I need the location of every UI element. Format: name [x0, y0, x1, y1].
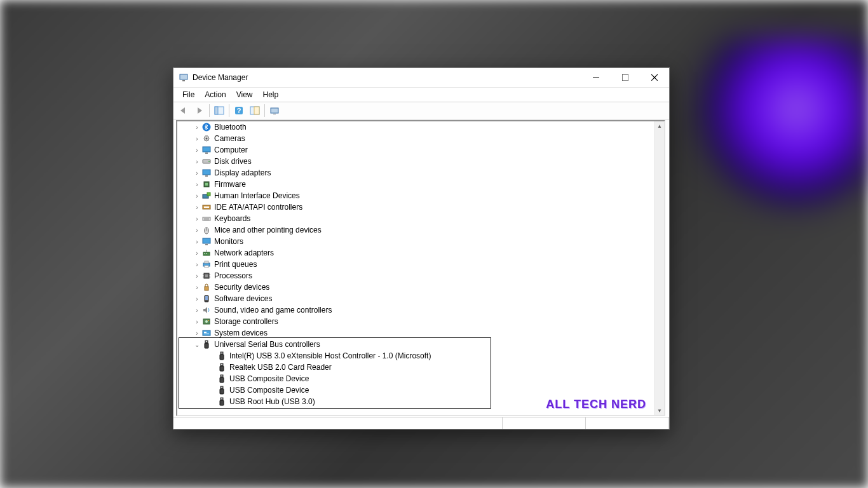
expand-icon[interactable]: › [193, 238, 201, 245]
expand-icon[interactable]: › [193, 181, 201, 188]
minimize-button[interactable] [581, 68, 611, 87]
scroll-up-arrow[interactable]: ▲ [655, 121, 664, 130]
tree-category[interactable]: ⌄Universal Serial Bus controllers [177, 339, 655, 350]
monitor-icon [201, 145, 212, 155]
tree-category[interactable]: ›System devices [177, 327, 655, 339]
expand-icon[interactable]: › [193, 307, 201, 314]
status-bar [173, 417, 669, 429]
scroll-down-arrow[interactable]: ▼ [655, 406, 664, 415]
svg-rect-13 [254, 107, 259, 114]
svg-rect-0 [180, 74, 187, 79]
expand-icon[interactable]: › [193, 227, 201, 234]
toolbar-separator [264, 104, 265, 117]
expand-icon[interactable]: › [193, 158, 201, 165]
device-manager-window: Device Manager File Action View Help ? ›… [173, 67, 670, 430]
svg-rect-25 [205, 175, 208, 177]
scroll-track[interactable] [655, 130, 664, 406]
tree-device[interactable]: USB Composite Device [177, 373, 655, 384]
tree-category[interactable]: ›Display adapters [177, 167, 655, 179]
vertical-scrollbar[interactable]: ▲ ▼ [654, 121, 664, 415]
expand-icon[interactable]: › [193, 124, 201, 131]
expand-icon[interactable]: › [193, 284, 201, 291]
usb-icon [217, 351, 227, 361]
svg-point-18 [206, 138, 208, 140]
tree-category[interactable]: ›Keyboards [177, 213, 655, 224]
properties-button[interactable] [247, 103, 262, 118]
device-tree[interactable]: ›Bluetooth›Cameras›Computer›Disk drives›… [177, 121, 655, 415]
expand-icon[interactable]: › [193, 193, 201, 200]
svg-rect-47 [205, 274, 208, 277]
show-hide-tree-button[interactable] [212, 103, 227, 118]
expand-icon[interactable]: › [193, 147, 201, 154]
usb-icon [217, 362, 227, 372]
tree-device[interactable]: USB Composite Device [177, 384, 655, 396]
expand-icon[interactable]: › [193, 330, 201, 337]
tree-category-label: Cameras [214, 134, 245, 143]
tree-category-label: Display adapters [214, 168, 271, 177]
keyboard-icon [201, 214, 212, 224]
status-pane-3 [586, 417, 669, 429]
svg-point-23 [208, 161, 210, 162]
tree-device[interactable]: Intel(R) USB 3.0 eXtensible Host Control… [177, 350, 655, 362]
svg-rect-42 [206, 254, 207, 254]
tree-category[interactable]: ›Storage controllers [177, 316, 655, 327]
menu-view[interactable]: View [231, 89, 258, 100]
expand-icon[interactable]: › [193, 273, 201, 280]
menu-action[interactable]: Action [200, 89, 231, 100]
chip-icon [201, 179, 212, 189]
menu-help[interactable]: Help [258, 89, 284, 100]
tree-category[interactable]: ›Network adapters [177, 247, 655, 259]
tree-category[interactable]: ›Mice and other pointing devices [177, 224, 655, 236]
expand-icon[interactable]: › [193, 204, 201, 211]
svg-rect-60 [204, 332, 207, 333]
tree-device[interactable]: Realtek USB 2.0 Card Reader [177, 362, 655, 373]
tree-category[interactable]: ›Software devices [177, 293, 655, 304]
system-icon [201, 328, 212, 338]
storage-icon [201, 316, 212, 327]
tree-category-label: Mice and other pointing devices [214, 226, 322, 234]
tree-category-label: Sound, video and game controllers [214, 306, 332, 315]
help-button[interactable]: ? [231, 103, 247, 118]
usb-icon [217, 374, 227, 384]
expand-icon[interactable]: › [193, 318, 201, 325]
svg-rect-79 [221, 398, 222, 399]
tree-category-label: Bluetooth [214, 123, 247, 132]
tree-category[interactable]: ›Processors [177, 270, 655, 281]
svg-point-57 [205, 320, 208, 323]
watermark-text: ALL TECH NERD [546, 398, 646, 411]
tree-category[interactable]: ›Disk drives [177, 156, 655, 167]
tree-category[interactable]: ›Human Interface Devices [177, 190, 655, 201]
tree-category[interactable]: ›IDE ATA/ATAPI controllers [177, 201, 655, 213]
tree-category[interactable]: ›Security devices [177, 281, 655, 293]
app-icon [179, 72, 189, 83]
scan-hardware-button[interactable] [267, 103, 282, 118]
tree-category[interactable]: ›Bluetooth [177, 121, 655, 133]
tree-category[interactable]: ›Cameras [177, 133, 655, 144]
tree-category[interactable]: ›Monitors [177, 236, 655, 247]
svg-rect-66 [220, 355, 224, 360]
monitor-icon [201, 168, 212, 178]
toolbar-separator [229, 104, 229, 117]
mouse-icon [201, 225, 212, 235]
tree-category-label: IDE ATA/ATAPI controllers [214, 203, 302, 212]
expand-icon[interactable]: › [193, 261, 201, 268]
close-button[interactable] [640, 68, 669, 87]
expand-icon[interactable]: › [193, 170, 201, 177]
svg-rect-19 [205, 135, 208, 137]
expand-icon[interactable]: › [193, 215, 201, 222]
status-pane-1 [173, 417, 503, 429]
tree-category[interactable]: ›Computer [177, 144, 655, 156]
expand-icon[interactable]: › [193, 135, 201, 142]
menu-file[interactable]: File [177, 89, 200, 100]
nav-back-button[interactable] [176, 103, 191, 118]
expand-icon[interactable]: › [193, 250, 201, 257]
collapse-icon[interactable]: ⌄ [193, 341, 201, 348]
nav-forward-button[interactable] [192, 103, 207, 118]
maximize-button[interactable] [611, 68, 640, 87]
tree-category-label: Disk drives [214, 157, 252, 166]
tree-category-label: System devices [214, 329, 268, 337]
tree-category[interactable]: ›Print queues [177, 259, 655, 270]
expand-icon[interactable]: › [193, 295, 201, 302]
tree-category[interactable]: ›Firmware [177, 179, 655, 190]
tree-category[interactable]: ›Sound, video and game controllers [177, 304, 655, 316]
